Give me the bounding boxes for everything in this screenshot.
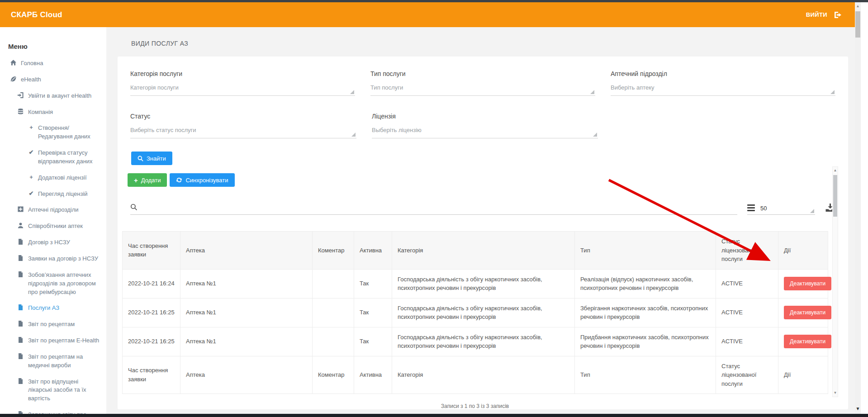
- table-controls: 50: [130, 203, 835, 215]
- filter-label: Статус: [130, 113, 356, 120]
- sidebar-item[interactable]: Головна: [0, 59, 106, 68]
- sidebar-item[interactable]: Договір з НСЗУ: [0, 238, 106, 247]
- sidebar-item[interactable]: Компанія: [0, 108, 106, 117]
- table-scrollbar[interactable]: ▲ ▼: [832, 166, 838, 397]
- sync-button[interactable]: Синхронізувати: [170, 173, 234, 187]
- check-icon: ✔: [28, 190, 34, 197]
- page-scrollbar-thumb[interactable]: [855, 11, 860, 38]
- table-row: 2022-10-21 16:25Аптека №1ТакГосподарська…: [123, 327, 828, 356]
- sidebar-item-label: Послуги АЗ: [28, 304, 59, 313]
- page-scroll-down-icon[interactable]: ▼: [855, 406, 861, 412]
- filter-select[interactable]: Тип послуги: [370, 83, 595, 96]
- sidebar-item-label: Звіт про відпущені лікарські засоби та ї…: [28, 378, 102, 403]
- sidebar-item-label: Зобов’язання аптечних підрозділів за дог…: [28, 271, 102, 297]
- sync-button-label: Синхронізувати: [185, 177, 228, 184]
- sidebar-item-label: Заповнення звіту про відпущені лікарські…: [28, 411, 102, 414]
- sidebar-item[interactable]: Звіт по рецептам E-Health: [0, 336, 106, 345]
- dropdown-triangle-icon: [590, 90, 594, 94]
- action-buttons-row: + Додати Синхронізувати: [128, 173, 835, 187]
- sidebar-item[interactable]: eHealth: [0, 76, 106, 84]
- table-cell: Придбання наркотичних засобів, психотроп…: [575, 327, 716, 356]
- filter-select[interactable]: Выберіть ліцензію: [372, 126, 598, 138]
- column-header: Статус ліцензованої послуги: [716, 232, 778, 270]
- filter-select[interactable]: Виберіть статус послуги: [130, 126, 356, 138]
- sidebar-item[interactable]: ✔Перегляд ліцензій: [0, 190, 106, 199]
- table-cell: [313, 269, 354, 298]
- sidebar-item[interactable]: Звіт про відпущені лікарські засоби та ї…: [0, 378, 106, 403]
- scroll-up-icon[interactable]: ▲: [833, 167, 838, 174]
- main-content: ВИДИ ПОСЛУГ АЗ Категорія послугиКатегорі…: [106, 27, 855, 414]
- footer-column-label: Статус ліцензованої послуги: [716, 356, 778, 394]
- filter-row-1: Категорія послугиКатегорія послугиТип по…: [130, 70, 835, 96]
- sidebar-item[interactable]: Звіт по рецептам на медичні вироби: [0, 353, 106, 370]
- sidebar-item[interactable]: Звіт по рецептам: [0, 320, 106, 329]
- sidebar-item[interactable]: Заявки на договір з НСЗУ: [0, 255, 106, 263]
- scroll-down-icon[interactable]: ▼: [833, 390, 838, 396]
- footer-column-label: Категорія: [392, 356, 575, 394]
- file-icon: [17, 353, 24, 360]
- sidebar-item[interactable]: ✔Перевірка статусу відправлених даних: [0, 149, 106, 166]
- sidebar-item-label: Заявки на договір з НСЗУ: [28, 255, 98, 263]
- sidebar-item[interactable]: Увійти в акаунт eHealth: [0, 92, 106, 100]
- sidebar-item-label: Звіт по рецептам на медичні вироби: [28, 353, 102, 370]
- dropdown-triangle-icon: [810, 209, 814, 213]
- filter: СтатусВиберіть статус послуги: [130, 113, 356, 138]
- table-footer-row: Час створення заявкиАптекаКоментарАктивн…: [123, 356, 828, 394]
- page-size-select[interactable]: 50: [747, 204, 815, 215]
- sidebar-item-label: Увійти в акаунт eHealth: [28, 92, 91, 100]
- database-icon: [17, 108, 24, 115]
- add-button[interactable]: + Додати: [128, 173, 167, 187]
- footer-column-label: Тип: [575, 356, 716, 394]
- plus-square-icon: [17, 206, 24, 213]
- plus-icon: +: [28, 124, 34, 131]
- filter-label: Ліцензія: [372, 113, 598, 120]
- plus-icon: +: [28, 174, 34, 181]
- services-table: Час створення заявкиАптекаКоментарАктивн…: [122, 231, 828, 394]
- sidebar-item[interactable]: Заповнення звіту про відпущені лікарські…: [0, 411, 106, 414]
- deactivate-button[interactable]: Деактивувати: [784, 277, 831, 290]
- find-button[interactable]: Знайти: [131, 152, 172, 165]
- deactivate-button[interactable]: Деактивувати: [784, 306, 831, 319]
- file-icon: [17, 271, 24, 278]
- page-scrollbar[interactable]: ▲ ▼: [855, 2, 861, 414]
- sidebar-item[interactable]: Послуги АЗ: [0, 304, 106, 313]
- dropdown-triangle-icon: [351, 133, 356, 137]
- sidebar-item[interactable]: +Створення/Редагування даних: [0, 124, 106, 141]
- user-icon: [17, 222, 24, 229]
- actions-cell: Деактивувати: [778, 298, 828, 327]
- sidebar-menu-title: Меню: [8, 43, 106, 50]
- sidebar-item[interactable]: +Додаткові ліцензії: [0, 174, 106, 182]
- filter-placeholder: Тип послуги: [370, 84, 403, 91]
- sidebar-nav: ГоловнаeHealthУвійти в акаунт eHealthКом…: [0, 59, 106, 414]
- column-header: Коментар: [313, 232, 354, 270]
- check-icon: ✔: [28, 149, 34, 156]
- logout-button[interactable]: ВИЙТИ: [806, 11, 842, 19]
- table-body: 2022-10-21 16:24Аптека №1ТакГосподарська…: [123, 269, 828, 356]
- sidebar-item-label: Договір з НСЗУ: [28, 238, 70, 247]
- sidebar-item-label: Звіт по рецептам: [28, 320, 75, 329]
- filter-placeholder: Выберіть ліцензію: [372, 127, 422, 133]
- table-zone: Час створення заявкиАптекаКоментарАктивн…: [122, 231, 828, 417]
- app-header: СКАРБ Cloud ВИЙТИ: [0, 2, 855, 27]
- filter-label: Тип послуги: [370, 70, 595, 77]
- file-icon: [17, 320, 24, 327]
- table-cell: Аптека №1: [180, 298, 313, 327]
- table-cell: ACTIVE: [716, 327, 778, 356]
- sidebar-item[interactable]: Аптечні підрозділи: [0, 206, 106, 214]
- table-cell: Так: [354, 269, 392, 298]
- table-cell: Так: [354, 327, 392, 356]
- filter-select[interactable]: Категорія послуги: [130, 83, 355, 96]
- page-scroll-up-icon[interactable]: ▲: [855, 3, 861, 9]
- sidebar-item-label: Аптечні підрозділи: [28, 206, 79, 214]
- home-icon: [10, 59, 17, 66]
- sidebar: Меню ГоловнаeHealthУвійти в акаунт eHeal…: [0, 27, 106, 414]
- leaf-icon: [10, 76, 17, 83]
- sidebar-item[interactable]: Співробітники аптек: [0, 222, 106, 231]
- deactivate-button[interactable]: Деактивувати: [784, 335, 831, 348]
- filter-select[interactable]: Виберіть аптеку: [611, 83, 835, 96]
- sidebar-item[interactable]: Зобов’язання аптечних підрозділів за дог…: [0, 271, 106, 297]
- sign-in-icon: [17, 92, 24, 99]
- table-scrollbar-thumb[interactable]: [833, 175, 837, 217]
- filter-label: Категорія послуги: [130, 70, 355, 77]
- table-search-input[interactable]: [140, 204, 737, 213]
